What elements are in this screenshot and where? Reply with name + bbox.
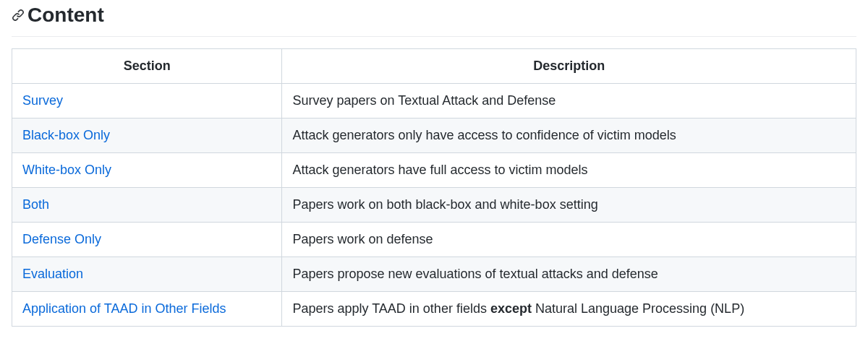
section-cell: Defense Only (12, 223, 282, 257)
description-text: Survey papers on Textual Attack and Defe… (292, 93, 556, 108)
description-text: Papers propose new evaluations of textua… (292, 267, 658, 281)
section-cell: Both (12, 188, 282, 223)
section-link[interactable]: White-box Only (22, 163, 111, 177)
description-text: Attack generators only have access to co… (292, 128, 676, 142)
table-body: SurveySurvey papers on Textual Attack an… (12, 84, 856, 327)
section-link[interactable]: Defense Only (22, 232, 101, 246)
heading-row: Content (12, 0, 856, 37)
description-cell: Attack generators only have access to co… (282, 118, 856, 153)
description-text: Papers work on defense (292, 232, 433, 246)
section-link[interactable]: Both (22, 197, 49, 212)
description-cell: Survey papers on Textual Attack and Defe… (282, 84, 856, 118)
table-row: SurveySurvey papers on Textual Attack an… (12, 84, 856, 118)
content-table: Section Description SurveySurvey papers … (12, 48, 856, 327)
section-cell: White-box Only (12, 153, 282, 188)
description-text: Natural Language Processing (NLP) (532, 301, 744, 316)
table-row: EvaluationPapers propose new evaluations… (12, 257, 856, 292)
link-icon[interactable] (12, 9, 25, 22)
table-row: Defense OnlyPapers work on defense (12, 223, 856, 257)
section-link[interactable]: Black-box Only (22, 128, 110, 142)
description-cell: Papers work on both black-box and white-… (282, 188, 856, 223)
description-text: Papers work on both black-box and white-… (292, 197, 597, 212)
description-emphasis: except (490, 301, 532, 316)
section-cell: Black-box Only (12, 118, 282, 153)
description-cell: Attack generators have full access to vi… (282, 153, 856, 188)
table-header-section: Section (12, 49, 282, 84)
description-text: Papers apply TAAD in other fields (292, 301, 490, 316)
table-header-description: Description (282, 49, 856, 84)
section-cell: Application of TAAD in Other Fields (12, 292, 282, 327)
section-heading: Content (27, 0, 104, 30)
table-row: White-box OnlyAttack generators have ful… (12, 153, 856, 188)
table-row: BothPapers work on both black-box and wh… (12, 188, 856, 223)
description-cell: Papers work on defense (282, 223, 856, 257)
table-row: Black-box OnlyAttack generators only hav… (12, 118, 856, 153)
description-text: Attack generators have full access to vi… (292, 163, 587, 177)
description-cell: Papers propose new evaluations of textua… (282, 257, 856, 292)
description-cell: Papers apply TAAD in other fields except… (282, 292, 856, 327)
section-link[interactable]: Application of TAAD in Other Fields (22, 301, 226, 316)
table-row: Application of TAAD in Other FieldsPaper… (12, 292, 856, 327)
section-link[interactable]: Evaluation (22, 267, 83, 281)
section-link[interactable]: Survey (22, 93, 63, 108)
section-cell: Evaluation (12, 257, 282, 292)
section-cell: Survey (12, 84, 282, 118)
